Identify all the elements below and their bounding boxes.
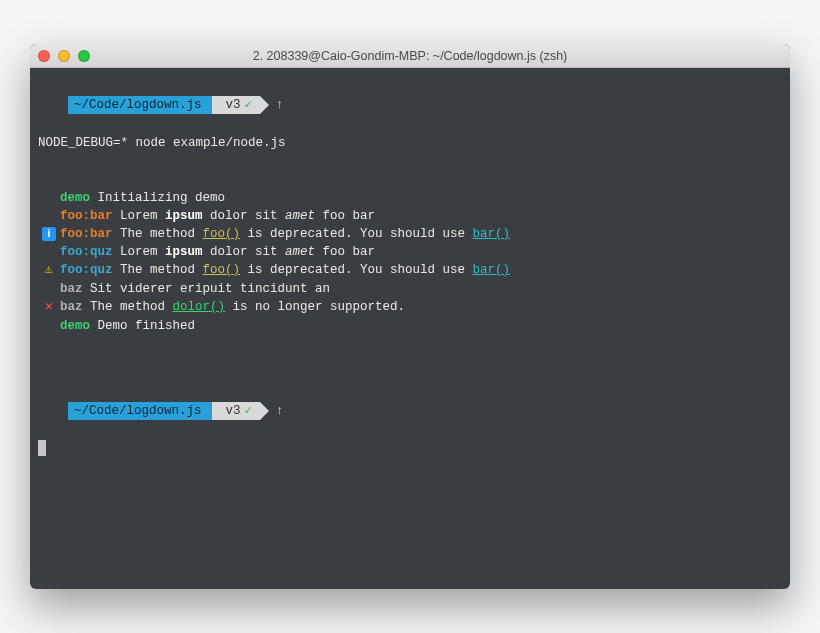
log-line: demo Initializing demo (38, 189, 782, 207)
terminal-window: 2. 208339@Caio-Gondim-MBP: ~/Code/logdow… (30, 44, 790, 589)
log-line: demo Demo finished (38, 317, 782, 335)
log-message: Sit viderer eripuit tincidunt an (83, 282, 331, 296)
warning-icon: ⚠ (45, 262, 53, 277)
log-prefix: baz (60, 282, 83, 296)
prompt-path: ~/Code/logdown.js (68, 402, 212, 420)
cursor-line (38, 440, 782, 458)
log-prefix: demo (60, 319, 90, 333)
log-icon-gutter: i (38, 225, 60, 243)
check-icon: ✓ (245, 98, 253, 112)
log-line: foo:quz Lorem ipsum dolor sit amet foo b… (38, 243, 782, 261)
check-icon: ✓ (245, 404, 253, 418)
window-controls (38, 50, 90, 62)
log-icon-gutter: ✕ (38, 298, 60, 317)
zoom-icon[interactable] (78, 50, 90, 62)
log-prefix: foo:bar (60, 227, 113, 241)
info-icon: i (42, 227, 56, 241)
log-icon-gutter: ⚠ (38, 261, 60, 280)
log-line: baz Sit viderer eripuit tincidunt an (38, 280, 782, 298)
arrow-up-icon: ↑ (276, 402, 284, 420)
log-line: ✕baz The method dolor() is no longer sup… (38, 298, 782, 317)
command-line: NODE_DEBUG=* node example/node.js (38, 134, 782, 152)
log-message: The method foo() is deprecated. You shou… (113, 263, 511, 277)
prompt-path: ~/Code/logdown.js (68, 96, 212, 114)
window-title: 2. 208339@Caio-Gondim-MBP: ~/Code/logdow… (30, 49, 790, 63)
log-line: ⚠foo:quz The method foo() is deprecated.… (38, 261, 782, 280)
cursor (38, 440, 46, 456)
log-message: Lorem ipsum dolor sit amet foo bar (113, 245, 376, 259)
log-message: The method dolor() is no longer supporte… (83, 300, 406, 314)
prompt: ~/Code/logdown.js v3✓ ↑ (68, 96, 284, 114)
log-message: Initializing demo (90, 191, 225, 205)
error-icon: ✕ (45, 299, 53, 314)
arrow-up-icon: ↑ (276, 96, 284, 114)
minimize-icon[interactable] (58, 50, 70, 62)
prompt: ~/Code/logdown.js v3✓ ↑ (68, 402, 284, 420)
log-message: Lorem ipsum dolor sit amet foo bar (113, 209, 376, 223)
log-prefix: baz (60, 300, 83, 314)
log-prefix: demo (60, 191, 90, 205)
log-output: demo Initializing demofoo:bar Lorem ipsu… (38, 189, 782, 335)
log-prefix: foo:quz (60, 263, 113, 277)
log-line: ifoo:bar The method foo() is deprecated.… (38, 225, 782, 243)
log-message: Demo finished (90, 319, 195, 333)
window-titlebar: 2. 208339@Caio-Gondim-MBP: ~/Code/logdow… (30, 44, 790, 68)
prompt-branch: v3✓ (212, 96, 261, 114)
log-line: foo:bar Lorem ipsum dolor sit amet foo b… (38, 207, 782, 225)
prompt-branch: v3✓ (212, 402, 261, 420)
log-prefix: foo:bar (60, 209, 113, 223)
log-prefix: foo:quz (60, 245, 113, 259)
close-icon[interactable] (38, 50, 50, 62)
log-message: The method foo() is deprecated. You shou… (113, 227, 511, 241)
terminal-body[interactable]: ~/Code/logdown.js v3✓ ↑ NODE_DEBUG=* nod… (30, 68, 790, 589)
